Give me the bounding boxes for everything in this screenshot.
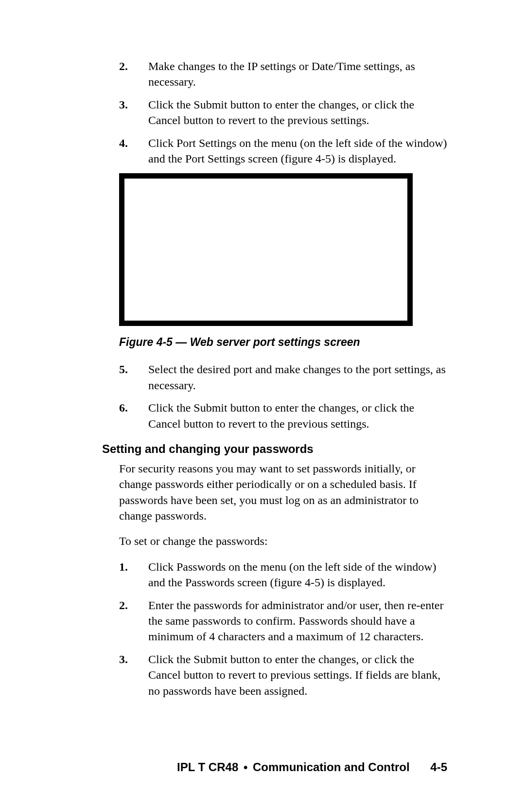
list-item: 3. Click the Submit button to enter the … <box>119 97 447 128</box>
step-number: 4. <box>119 135 148 167</box>
document-page: 2. Make changes to the IP settings or Da… <box>0 0 525 812</box>
list-item: 3. Click the Submit button to enter the … <box>119 651 447 699</box>
step-number: 3. <box>119 651 148 699</box>
footer-separator: • <box>244 760 247 774</box>
step-number: 2. <box>119 597 148 645</box>
step-list-bottom: 1. Click Passwords on the menu (on the l… <box>119 559 447 699</box>
list-item: 2. Make changes to the IP settings or Da… <box>119 58 447 90</box>
page-footer: IPL T CR48 • Communication and Control 4… <box>177 760 447 774</box>
step-text: Click the Submit button to enter the cha… <box>148 97 447 128</box>
footer-chapter: Communication and Control <box>253 760 410 774</box>
step-number: 5. <box>119 361 148 393</box>
footer-page-number: 4-5 <box>430 760 447 774</box>
list-item: 5. Select the desired port and make chan… <box>119 361 447 393</box>
section-intro: For security reasons you may want to set… <box>119 461 447 524</box>
step-number: 6. <box>119 400 148 432</box>
section-lead: To set or change the passwords: <box>119 533 447 549</box>
list-item: 6. Click the Submit button to enter the … <box>119 400 447 432</box>
step-number: 3. <box>119 97 148 128</box>
step-list-mid: 5. Select the desired port and make chan… <box>119 361 447 432</box>
figure-caption: Figure 4-5 — Web server port settings sc… <box>119 336 447 349</box>
step-text: Click the Submit button to enter the cha… <box>148 400 447 432</box>
step-list-top: 2. Make changes to the IP settings or Da… <box>119 58 447 166</box>
list-item: 4. Click Port Settings on the menu (on t… <box>119 135 447 167</box>
step-number: 2. <box>119 58 148 90</box>
footer-product: IPL T CR48 <box>177 760 238 774</box>
section-heading: Setting and changing your passwords <box>102 442 447 456</box>
step-text: Enter the passwords for administrator an… <box>148 597 447 645</box>
step-text: Click the Submit button to enter the cha… <box>148 651 447 699</box>
figure-placeholder <box>119 173 413 326</box>
step-text: Click Port Settings on the menu (on the … <box>148 135 447 167</box>
step-text: Select the desired port and make changes… <box>148 361 447 393</box>
step-text: Click Passwords on the menu (on the left… <box>148 559 447 591</box>
list-item: 1. Click Passwords on the menu (on the l… <box>119 559 447 591</box>
list-item: 2. Enter the passwords for administrator… <box>119 597 447 645</box>
step-text: Make changes to the IP settings or Date/… <box>148 58 447 90</box>
step-number: 1. <box>119 559 148 591</box>
